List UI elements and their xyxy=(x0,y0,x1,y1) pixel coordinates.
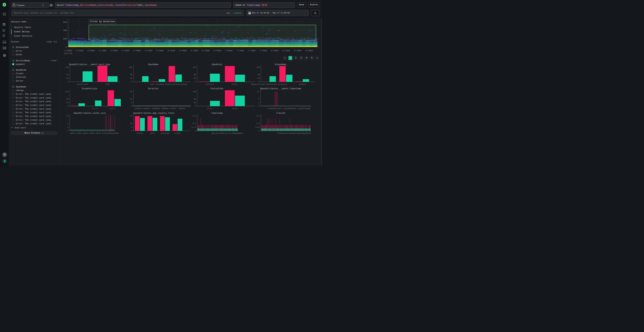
svg-text:2025-05-28T03:59:14.900820000Z: 2025-05-28T03:59:14.900820000Z xyxy=(211,132,242,134)
svg-text:SpanAttributes...yment.timesta: SpanAttributes...yment.timestamp xyxy=(260,88,301,90)
svg-text:4: 4 xyxy=(68,126,68,128)
svg-text:0: 0 xyxy=(195,81,196,83)
svg-text:7:30pm: 7:30pm xyxy=(248,49,256,52)
svg-text:0: 0 xyxy=(131,81,132,83)
svg-text:0: 0 xyxy=(68,81,68,83)
svg-text:ScopeVersion: ScopeVersion xyxy=(82,88,97,90)
svg-text:1748393738536: 1748393738536 xyxy=(297,108,311,110)
svg-text:visa: visa xyxy=(105,83,110,85)
svg-text:6:15pm: 6:15pm xyxy=(191,49,198,52)
svg-text:Internal: Internal xyxy=(206,83,214,85)
svg-text:0: 0 xyxy=(258,105,260,107)
svg-text:8: 8 xyxy=(131,126,132,128)
svg-text:4: 4 xyxy=(258,102,260,104)
svg-text:89835: 89835 xyxy=(70,132,75,134)
svg-text:25: 25 xyxy=(194,102,196,104)
svg-text:SpanKind: SpanKind xyxy=(212,63,222,66)
svg-text:25: 25 xyxy=(194,77,196,79)
svg-text:0: 0 xyxy=(195,105,196,107)
svg-text:platinum: platinum xyxy=(161,132,169,134)
svg-text:6:00pm: 6:00pm xyxy=(179,49,187,52)
svg-text:16: 16 xyxy=(257,91,260,93)
svg-text:6:45pm: 6:45pm xyxy=(214,49,221,52)
svg-text:3:30pm: 3:30pm xyxy=(64,49,72,52)
svg-text:18: 18 xyxy=(130,98,132,100)
svg-text:SpanAttributes.cache.size: SpanAttributes.cache.size xyxy=(74,112,106,114)
svg-text:25: 25 xyxy=(130,77,132,79)
svg-text:98338: 98338 xyxy=(108,132,113,134)
svg-text:8: 8 xyxy=(258,98,260,100)
svg-text:16: 16 xyxy=(66,115,68,117)
svg-text:grpc.oteldemo.PaymentService/C: grpc.oteldemo.PaymentService/Charge xyxy=(150,83,187,85)
svg-text:50: 50 xyxy=(258,74,260,76)
svg-text:6:30pm: 6:30pm xyxy=(202,49,210,52)
svg-text:Error: Error xyxy=(207,108,212,110)
svg-text:36: 36 xyxy=(130,91,132,93)
svg-text:?: ? xyxy=(4,154,5,156)
svg-text:7:00pm: 7:00pm xyxy=(225,49,232,52)
svg-text:bronze: bronze xyxy=(137,132,143,134)
svg-text:7:15pm: 7:15pm xyxy=(237,49,244,52)
svg-text:50: 50 xyxy=(66,98,69,100)
svg-text:91063: 91063 xyxy=(76,132,82,134)
svg-text:50: 50 xyxy=(130,74,132,76)
svg-text:200: 200 xyxy=(63,38,67,40)
svg-text:@hyperdx/instrumentation-excep: @hyperdx/instrumentation-exception xyxy=(252,83,287,85)
svg-text:400: 400 xyxy=(63,29,67,32)
svg-text:0: 0 xyxy=(66,46,67,48)
svg-text:0.6: 0.6 xyxy=(256,115,260,117)
svg-text:Timestamp: Timestamp xyxy=(211,112,223,114)
svg-text:1333363: 1333363 xyxy=(134,108,142,110)
svg-text:SpanAttributes...yment.card_ty: SpanAttributes...yment.card_type xyxy=(69,63,110,66)
svg-text:0: 0 xyxy=(195,130,196,132)
svg-text:payment: payment xyxy=(299,83,306,85)
svg-text:9: 9 xyxy=(131,102,132,104)
svg-text:100: 100 xyxy=(193,66,196,68)
svg-text:99900: 99900 xyxy=(114,132,119,134)
svg-text:0: 0 xyxy=(68,130,68,132)
svg-text:100: 100 xyxy=(193,91,196,93)
svg-text:silver: silver xyxy=(174,132,181,134)
svg-text:25: 25 xyxy=(66,77,69,79)
svg-text:100: 100 xyxy=(66,91,69,93)
svg-text:0.1.0: 0.1.0 xyxy=(92,108,98,110)
svg-text:600: 600 xyxy=(63,21,67,23)
svg-text:7:45pm: 7:45pm xyxy=(260,49,267,52)
svg-text:TraceId: TraceId xyxy=(276,112,285,114)
svg-text:0: 0 xyxy=(259,130,260,132)
svg-text:50: 50 xyxy=(194,74,196,76)
svg-text:97730: 97730 xyxy=(102,132,107,134)
svg-text:4:15pm: 4:15pm xyxy=(99,49,106,52)
svg-text:16: 16 xyxy=(130,122,132,124)
svg-text:50: 50 xyxy=(66,74,69,76)
svg-text:0.15: 0.15 xyxy=(256,126,260,128)
svg-text:5:00pm: 5:00pm xyxy=(133,49,141,52)
svg-text:4:30pm: 4:30pm xyxy=(110,49,118,52)
svg-text:999435: 999435 xyxy=(178,108,185,110)
svg-text:StatusCode: StatusCode xyxy=(210,88,223,90)
svg-text:0.3: 0.3 xyxy=(193,122,196,124)
svg-text:5:30pm: 5:30pm xyxy=(156,49,164,52)
svg-text:25: 25 xyxy=(66,102,69,104)
svg-text:1748192273433: 1748192273433 xyxy=(268,108,281,110)
svg-text:8:45pm: 8:45pm xyxy=(306,49,313,52)
svg-text:2600849: 2600849 xyxy=(161,108,168,110)
svg-text:96139: 96139 xyxy=(95,132,101,134)
svg-text:mastercard: mastercard xyxy=(77,83,88,85)
svg-text:8:00pm: 8:00pm xyxy=(271,49,278,52)
svg-text:gold: gold xyxy=(150,132,154,134)
svg-text:92953: 92953 xyxy=(83,132,88,134)
svg-text:SpanName: SpanName xyxy=(148,63,158,66)
svg-text:0: 0 xyxy=(131,105,132,107)
svg-text:ScopeName: ScopeName xyxy=(275,63,286,66)
svg-text:0.3: 0.3 xyxy=(256,122,260,124)
svg-text:5:45pm: 5:45pm xyxy=(168,49,175,52)
svg-text:543017: 543017 xyxy=(170,108,176,110)
svg-text:1748199880789: 1748199880789 xyxy=(282,108,296,110)
svg-text:100: 100 xyxy=(129,66,132,68)
svg-text:100: 100 xyxy=(256,66,260,68)
svg-text:Unset: Unset xyxy=(232,108,238,110)
svg-text:3:45pm: 3:45pm xyxy=(76,49,83,52)
svg-text:0.51.1: 0.51.1 xyxy=(109,108,116,110)
svg-text:32: 32 xyxy=(130,115,132,117)
